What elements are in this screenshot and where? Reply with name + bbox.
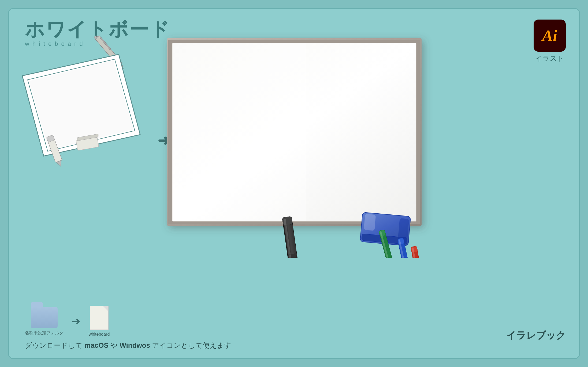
folder-icon: 名称未設定フォルダ xyxy=(25,307,64,336)
file-label: whiteboard xyxy=(89,332,110,337)
folder-area: 名称未設定フォルダ ➜ whiteboard xyxy=(25,306,110,337)
bottom-description: ダウンロードして macOS や Windwos アイコンとして使えます xyxy=(25,341,231,350)
file-icon: whiteboard xyxy=(89,306,110,337)
svg-rect-16 xyxy=(172,43,306,221)
svg-rect-36 xyxy=(411,246,418,253)
svg-rect-32 xyxy=(397,238,404,245)
folder-shape xyxy=(31,307,58,328)
file-shape xyxy=(90,306,109,330)
ai-icon: Ai xyxy=(534,20,566,52)
ai-label: イラスト xyxy=(535,54,564,63)
svg-rect-24 xyxy=(364,214,376,231)
folder-label: 名称未設定フォルダ xyxy=(25,330,64,336)
realistic-whiteboard xyxy=(154,30,448,258)
illustrator-label: イラレブック xyxy=(506,329,566,342)
ai-badge: Ai イラスト xyxy=(534,20,566,63)
ai-text: Ai xyxy=(542,27,557,45)
main-container: ホワイトボード whiteboard Ai イラスト xyxy=(8,8,580,359)
sketch-illustration xyxy=(17,36,167,169)
folder-arrow: ➜ xyxy=(72,315,81,327)
